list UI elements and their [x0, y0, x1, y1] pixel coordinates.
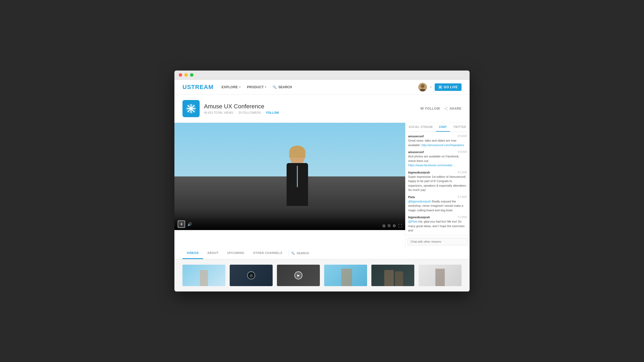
channel-followers: 25 FOLLOWERS	[238, 111, 261, 114]
fullscreen-icon[interactable]: ⛶	[398, 224, 402, 228]
channel-views: 40,823 TOTAL VIEWS	[204, 111, 233, 114]
chat-mention[interactable]: @bigmediumjosh	[408, 200, 431, 203]
search-icon: 🔍	[273, 85, 277, 89]
tab-twitter[interactable]: TWITTER	[450, 123, 469, 132]
thumbnail-card[interactable]: ▶	[277, 265, 320, 286]
chevron-down-icon: ▾	[265, 86, 266, 88]
heart-icon	[420, 107, 424, 110]
traffic-light-green[interactable]	[190, 73, 193, 77]
traffic-light-yellow[interactable]	[184, 73, 188, 77]
video-controls-overlay: ⏸ 🔊 ⊞ ⧉ ⚙ ⛶	[174, 217, 405, 230]
chat-username: bigmediumjosh	[408, 216, 430, 219]
thumbnails-row: ◎ ▶	[174, 259, 470, 291]
tab-search-button[interactable]: 🔍 SEARCH	[291, 252, 309, 255]
pip-icon[interactable]: ⧉	[388, 223, 390, 228]
chat-username: Piels	[408, 195, 415, 199]
chat-messages: amuseconf 8:55AM Great news: talks and s…	[405, 132, 470, 235]
chat-input[interactable]	[408, 238, 467, 245]
tab-upcoming[interactable]: UPCOMING	[223, 248, 249, 259]
svg-point-1	[421, 84, 425, 88]
video-controls: ⏸ 🔊	[178, 220, 380, 228]
chat-username: amuseconf	[408, 135, 424, 138]
chevron-down-icon: ▾	[430, 86, 431, 88]
settings-icon[interactable]: ⚙	[393, 224, 396, 228]
content-tabs: VIDEOS ABOUT UPCOMING OTHER CHANNELS 🔍 S…	[174, 248, 470, 259]
video-right-controls: ⊞ ⧉ ⚙ ⛶	[382, 223, 402, 228]
tab-divider	[289, 250, 289, 256]
tab-chat[interactable]: CHAT	[436, 123, 450, 132]
chat-message: Piels 9:14AM @bigmediumjosh Really enjoy…	[408, 195, 467, 213]
chat-message: bigmediumjosh 9:14AM @Piels Ha, glad you…	[408, 216, 467, 233]
chat-text: And photos are available on Facebook, ch…	[408, 154, 467, 168]
user-avatar[interactable]	[418, 83, 427, 91]
chat-link[interactable]: http://amuseconf.com/#speakers	[422, 143, 464, 147]
thumbnail-card[interactable]	[371, 265, 414, 286]
chat-text: Great news: talks and slides are now ava…	[408, 138, 467, 147]
chat-timestamp: 8:55AM	[458, 150, 467, 154]
live-icon: ▶	[438, 85, 442, 89]
tab-about[interactable]: ABOUT	[203, 248, 223, 259]
nav-right: ▾ ▶ GO LIVE	[418, 83, 462, 91]
browser-chrome	[174, 71, 470, 80]
site-logo[interactable]: USTREAM	[182, 84, 214, 91]
thumbnail-card[interactable]	[419, 265, 462, 286]
live-badge: ◎	[247, 271, 255, 279]
tab-other-channels[interactable]: OTHER CHANNELS	[249, 248, 287, 259]
traffic-light-red[interactable]	[179, 73, 182, 77]
video-section: ⏸ 🔊 ⊞ ⧉ ⚙ ⛶	[174, 123, 405, 248]
video-player[interactable]: ⏸ 🔊 ⊞ ⧉ ⚙ ⛶	[174, 123, 405, 230]
chat-timestamp: 9:14AM	[458, 216, 467, 219]
channel-follow-inline[interactable]: FOLLOW	[266, 111, 279, 114]
tab-videos[interactable]: VIDEOS	[182, 248, 203, 259]
channel-info: Amuse UX Conference 40,823 TOTAL VIEWS ·…	[204, 103, 420, 114]
search-icon: 🔍	[291, 252, 295, 255]
volume-icon: 🔊	[187, 222, 192, 226]
channel-header: Amuse UX Conference 40,823 TOTAL VIEWS ·…	[174, 95, 470, 123]
thumbnail-card[interactable]: ◎	[230, 265, 273, 286]
nav-bar: USTREAM EXPLORE ▾ PRODUCT ▾ 🔍 SEARCH	[174, 80, 470, 95]
video-background	[174, 123, 405, 230]
tab-social-stream[interactable]: SOCIAL STREAM	[405, 123, 436, 132]
nav-search-button[interactable]: 🔍 SEARCH	[273, 85, 292, 89]
channel-logo	[182, 100, 200, 117]
nav-links: EXPLORE ▾ PRODUCT ▾ 🔍 SEARCH	[222, 85, 418, 89]
chat-text: Super impressive 1st edition of #amuseco…	[408, 175, 467, 192]
follow-button[interactable]: FOLLOW	[420, 107, 440, 110]
svg-line-12	[445, 109, 447, 110]
volume-button[interactable]: 🔊	[187, 222, 192, 226]
chat-panel: SOCIAL STREAM CHAT TWITTER amuseconf 8:5…	[405, 123, 470, 248]
thumbnail-card[interactable]	[324, 265, 367, 286]
page-content: USTREAM EXPLORE ▾ PRODUCT ▾ 🔍 SEARCH	[174, 80, 470, 291]
chat-timestamp: 9:14AM	[458, 195, 467, 199]
chevron-down-icon: ▾	[239, 86, 241, 88]
chat-text: @Piels Ha, glad you had fun! Me too! So …	[408, 219, 467, 233]
thumbnail-card[interactable]	[182, 265, 225, 286]
chat-link[interactable]: https://www.facebook.com/media/...	[408, 164, 455, 167]
chat-input-wrap	[405, 235, 470, 248]
chat-timestamp: 8:55AM	[458, 135, 467, 138]
chat-text: @bigmediumjosh Really enjoyed the worksh…	[408, 199, 467, 213]
chat-username: bigmediumjosh	[408, 171, 430, 174]
chat-mention[interactable]: @Piels	[408, 220, 418, 223]
channel-actions: FOLLOW SHARE	[420, 107, 462, 110]
share-button[interactable]: SHARE	[444, 107, 462, 110]
svg-line-11	[445, 108, 447, 109]
chat-message: amuseconf 8:55AM And photos are availabl…	[408, 150, 467, 168]
pause-icon: ⏸	[180, 222, 183, 226]
play-icon: ▶	[294, 271, 302, 279]
chat-message: bigmediumjosh 9:12AM Super impressive 1s…	[408, 171, 467, 192]
chat-tabs: SOCIAL STREAM CHAT TWITTER	[405, 123, 470, 132]
pause-button[interactable]: ⏸	[178, 220, 185, 228]
chat-timestamp: 9:12AM	[458, 171, 467, 174]
chat-username: amuseconf	[408, 150, 424, 154]
go-live-button[interactable]: ▶ GO LIVE	[435, 83, 462, 91]
channel-name: Amuse UX Conference	[204, 103, 420, 110]
browser-window: USTREAM EXPLORE ▾ PRODUCT ▾ 🔍 SEARCH	[174, 71, 470, 291]
nav-product[interactable]: PRODUCT ▾	[247, 85, 266, 89]
resize-icon[interactable]: ⊞	[382, 224, 386, 228]
nav-explore[interactable]: EXPLORE ▾	[222, 85, 240, 89]
channel-meta: 40,823 TOTAL VIEWS · 25 FOLLOWERS · FOLL…	[204, 111, 420, 114]
chat-message: amuseconf 8:55AM Great news: talks and s…	[408, 135, 467, 147]
video-chat-row: ⏸ 🔊 ⊞ ⧉ ⚙ ⛶	[174, 123, 470, 248]
share-icon	[444, 107, 448, 110]
